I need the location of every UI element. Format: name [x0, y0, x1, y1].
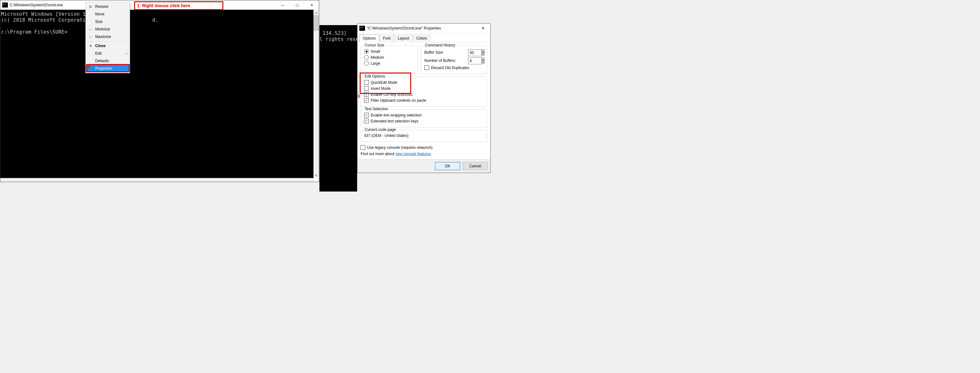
ctx-move[interactable]: Move	[86, 10, 130, 18]
cmd-title: C:\Windows\System32\cmd.exe	[10, 3, 63, 7]
num-buffers-spinner[interactable]: ▲▼	[468, 57, 484, 64]
ctrl-shortcuts-checkbox[interactable]: Enable Ctrl key shortcuts	[364, 91, 484, 97]
titlebar-context-menu: ⧉ Restore Move Size ― Minimize □ Maximiz…	[86, 2, 130, 73]
extended-selection-checkbox[interactable]: Extended text selection keys	[364, 118, 484, 124]
tab-colors[interactable]: Colors	[413, 35, 431, 42]
ctx-defaults[interactable]: Defaults	[86, 57, 130, 65]
ctx-label: Edit	[95, 51, 102, 56]
ctx-properties[interactable]: Properties	[86, 65, 130, 72]
cursor-size-group: Cursor Size Small Medium Large	[361, 46, 418, 74]
spin-up-icon[interactable]: ▲	[482, 57, 485, 60]
ctx-minimize[interactable]: ― Minimize	[86, 25, 130, 33]
checkbox-label: Filter clipboard contents on paste	[371, 98, 426, 103]
bg-cmd-slice: 134.523] l rights reser	[320, 25, 357, 192]
spin-down-icon[interactable]: ▼	[482, 60, 485, 64]
checkbox-icon[interactable]	[424, 65, 429, 70]
close-button[interactable]: ✕	[304, 0, 319, 10]
radio-medium[interactable]: Medium	[364, 54, 414, 60]
cmd-hscrollbar[interactable]	[0, 178, 313, 182]
ctx-restore[interactable]: ⧉ Restore	[86, 3, 130, 10]
minimize-button[interactable]: ―	[275, 0, 290, 10]
quickedit-checkbox[interactable]: QuickEdit Mode	[364, 79, 484, 86]
button-label: OK	[445, 164, 450, 168]
ctx-maximize[interactable]: □ Maximize	[86, 33, 130, 41]
ctx-size[interactable]: Size	[86, 18, 130, 25]
button-label: Cancel	[469, 164, 481, 168]
ok-button[interactable]: OK	[435, 162, 460, 170]
maximize-button[interactable]: ▢	[290, 0, 304, 10]
new-console-features-link[interactable]: new console features	[395, 152, 431, 156]
radio-large[interactable]: Large	[364, 60, 414, 66]
spinner-buttons[interactable]: ▲▼	[482, 49, 485, 56]
discard-duplicates-checkbox[interactable]: Discard Old Duplicates	[424, 65, 484, 71]
cmd-vscrollbar[interactable]: ▲ ▼	[313, 10, 319, 178]
command-history-group: Command History Buffer Size: ▲▼ Number o…	[421, 46, 487, 74]
ctx-separator	[86, 41, 129, 41]
checkbox-label: Insert Mode	[371, 86, 390, 91]
maximize-icon: □	[88, 35, 93, 39]
cmd-icon	[360, 26, 365, 31]
radio-icon[interactable]	[364, 49, 369, 54]
checkbox-icon[interactable]	[364, 98, 369, 103]
spin-down-icon[interactable]: ▼	[482, 52, 485, 56]
properties-close-button[interactable]: ✕	[476, 24, 490, 33]
scroll-down-arrow-icon[interactable]: ▼	[313, 173, 319, 178]
checkbox-label: Enable Ctrl key shortcuts	[371, 92, 412, 97]
buffer-size-label: Buffer Size:	[424, 50, 444, 55]
num-buffers-input[interactable]	[468, 57, 482, 64]
cmd-terminal-body[interactable]: Microsoft Windows [Version 10.0.1 (c) 20…	[0, 10, 313, 182]
tab-label: Layout	[398, 36, 409, 41]
cancel-button[interactable]: Cancel	[463, 162, 488, 170]
scroll-thumb[interactable]	[313, 15, 319, 31]
spinner-buttons[interactable]: ▲▼	[482, 57, 485, 64]
tab-label: Font	[383, 36, 390, 41]
properties-dialog: "C:\Windows\System32\cmd.exe" Properties…	[357, 23, 491, 173]
ctx-label: Defaults	[95, 59, 109, 63]
ctx-close[interactable]: ✕ Close	[86, 42, 130, 49]
spin-up-icon[interactable]: ▲	[482, 49, 485, 52]
radio-label: Medium	[371, 55, 384, 60]
bg-line: 134.523]	[323, 30, 347, 36]
insert-mode-checkbox[interactable]: Insert Mode	[364, 86, 484, 91]
radio-small[interactable]: Small	[364, 48, 414, 54]
tabs: Options Font Layout Colors	[358, 33, 490, 42]
ctx-edit[interactable]: Edit	[86, 49, 130, 57]
buffer-size-input[interactable]	[468, 49, 482, 56]
tab-label: Options	[363, 36, 375, 41]
line-wrap-checkbox[interactable]: Enable line wrapping selection	[364, 112, 484, 118]
ctx-label: Properties	[95, 66, 113, 71]
ctx-label: Maximize	[95, 35, 111, 39]
find-out-row: Find out more about new console features	[361, 152, 487, 156]
bg-line: l rights reser	[320, 36, 362, 42]
legacy-console-checkbox[interactable]: Use legacy console (requires relaunch)	[361, 144, 487, 151]
buffer-size-spinner[interactable]: ▲▼	[468, 49, 484, 56]
filter-clipboard-checkbox[interactable]: Filter clipboard contents on paste	[364, 97, 484, 103]
window-controls: ― ▢ ✕	[275, 0, 319, 10]
codepage-value: 437 (OEM - United States)	[364, 133, 484, 138]
group-legend: Command History	[424, 43, 457, 48]
checkbox-icon[interactable]	[364, 113, 369, 117]
restore-icon: ⧉	[88, 5, 93, 9]
ctx-label: Restore	[95, 5, 108, 9]
checkbox-icon[interactable]	[364, 80, 369, 85]
minimize-icon: ―	[88, 27, 93, 31]
radio-icon[interactable]	[364, 61, 369, 66]
checkbox-icon[interactable]	[361, 145, 365, 150]
checkbox-icon[interactable]	[364, 92, 369, 97]
checkbox-label: Extended text selection keys	[371, 119, 418, 124]
radio-icon[interactable]	[364, 55, 369, 60]
checkbox-icon[interactable]	[364, 86, 369, 91]
tab-font[interactable]: Font	[379, 35, 394, 42]
checkbox-label: Use legacy console (requires relaunch)	[367, 145, 433, 150]
cmd-prompt: c:\Program Files\SURE>	[1, 29, 68, 35]
radio-label: Small	[371, 49, 380, 54]
checkbox-label: QuickEdit Mode	[371, 80, 397, 85]
scroll-up-arrow-icon[interactable]: ▲	[313, 10, 319, 15]
tab-options[interactable]: Options	[360, 35, 379, 42]
tab-layout[interactable]: Layout	[394, 35, 412, 42]
checkbox-icon[interactable]	[364, 119, 369, 124]
dialog-button-bar: OK Cancel	[358, 159, 490, 173]
properties-titlebar[interactable]: "C:\Windows\System32\cmd.exe" Properties…	[358, 24, 490, 33]
edit-options-group: Edit Options QuickEdit Mode Insert Mode …	[361, 76, 487, 107]
annotation-label: 1: Right mouse click here	[137, 3, 190, 8]
